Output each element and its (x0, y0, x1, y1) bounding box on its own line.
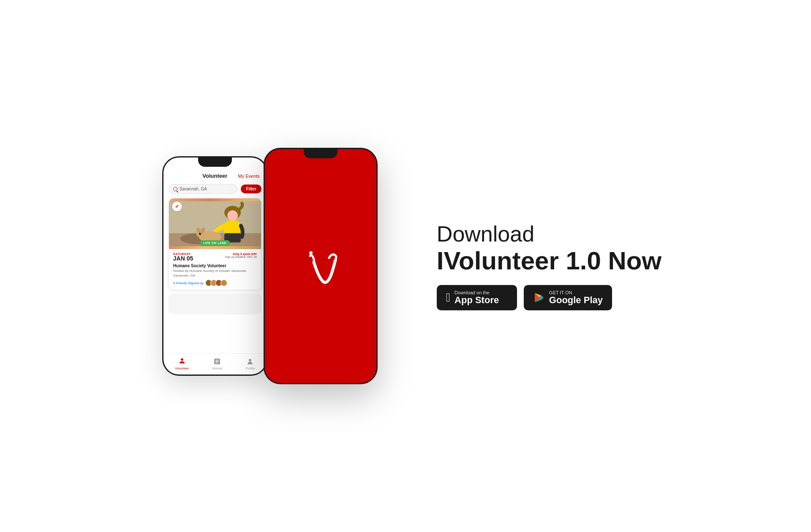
friends-row: 4 Friends Signed-up (173, 280, 257, 286)
svg-point-13 (249, 359, 251, 361)
download-text: Download IVolunteer 1.0 Now (437, 222, 661, 275)
nav-profile[interactable]: Profile (245, 357, 255, 370)
event-host: Hosted by Humane Society of Greater Sava… (173, 269, 257, 278)
download-section: Download IVolunteer 1.0 Now  Download o… (437, 222, 661, 310)
filter-button[interactable]: Filter (241, 185, 261, 193)
spots-left: Only 3 spots left! (225, 252, 257, 255)
check-icon: ✓ (175, 204, 179, 209)
svg-point-12 (199, 233, 201, 235)
event-info: SATURDAY JAN 05 Only 3 spots left! Sign-… (169, 249, 261, 290)
friend-avatars (205, 280, 227, 286)
nav-stories-label: Stories (212, 366, 223, 370)
event-date-num: JAN 05 (173, 255, 193, 262)
search-icon (173, 187, 177, 191)
logo-svg (295, 245, 346, 296)
check-circle: ✓ (172, 202, 182, 211)
phone-red (264, 148, 378, 384)
event-title: Humane Society Volunteer (173, 263, 257, 268)
event-date-row: SATURDAY JAN 05 Only 3 spots left! Sign-… (173, 252, 257, 262)
nav-profile-label: Profile (245, 366, 255, 370)
nav-stories[interactable]: Stories (212, 357, 223, 370)
google-play-text: GET IT ON Google Play (549, 290, 603, 305)
event-date-block: SATURDAY JAN 05 (173, 252, 193, 262)
google-play-button[interactable]: GET IT ON Google Play (524, 285, 612, 310)
google-play-icon (533, 292, 545, 304)
app-store-text: Download on the App Store (454, 290, 499, 305)
notch-white (198, 157, 232, 167)
ivolunteer-logo (295, 245, 346, 296)
phone-search-bar: Savannah, GA Filter (169, 184, 261, 194)
stories-icon (213, 357, 221, 366)
svg-rect-2 (169, 201, 261, 233)
volunteer-title: Volunteer (202, 173, 227, 179)
app-store-name: App Store (454, 295, 499, 305)
phone-header: Volunteer My Events (163, 169, 267, 182)
apple-icon:  (446, 292, 450, 304)
google-play-name: Google Play (549, 295, 603, 305)
spots-info: Only 3 spots left! Sign-up deadline: DEC… (225, 252, 257, 258)
phone-white: Volunteer My Events Savannah, GA Filter (162, 156, 268, 376)
avatar-4 (220, 280, 227, 286)
store-buttons:  Download on the App Store GET IT ON Go (437, 285, 661, 310)
google-play-sub: GET IT ON (549, 290, 603, 295)
bottom-nav: Volunteer Stories (163, 353, 267, 375)
search-input-container[interactable]: Savannah, GA (169, 184, 238, 194)
my-events-link[interactable]: My Events (238, 174, 259, 179)
app-store-button[interactable]:  Download on the App Store (437, 285, 517, 310)
app-store-sub: Download on the (454, 290, 499, 295)
phone-red-content (265, 149, 376, 383)
phone-white-content: Volunteer My Events Savannah, GA Filter (163, 157, 267, 375)
nav-volunteer-label: Volunteer (175, 366, 189, 370)
app-name: IVolunteer 1.0 Now (437, 247, 661, 275)
phones-container: Volunteer My Events Savannah, GA Filter (150, 76, 386, 456)
friends-label: 4 Friends Signed-up (173, 281, 204, 285)
deadline: Sign-up deadline: DEC 30 (225, 255, 257, 258)
main-container: Volunteer My Events Savannah, GA Filter (0, 0, 811, 532)
search-value: Savannah, GA (180, 187, 207, 191)
profile-icon (246, 357, 254, 366)
second-card (169, 293, 261, 315)
event-card[interactable]: ✓ (169, 198, 261, 290)
volunteer-icon (178, 357, 186, 366)
download-label: Download (437, 222, 661, 247)
sdg-badge: LIFE ON LAND (200, 240, 230, 246)
nav-volunteer[interactable]: Volunteer (175, 357, 189, 370)
svg-point-14 (309, 251, 313, 255)
notch-red (304, 149, 337, 158)
event-image: ✓ (169, 198, 261, 249)
